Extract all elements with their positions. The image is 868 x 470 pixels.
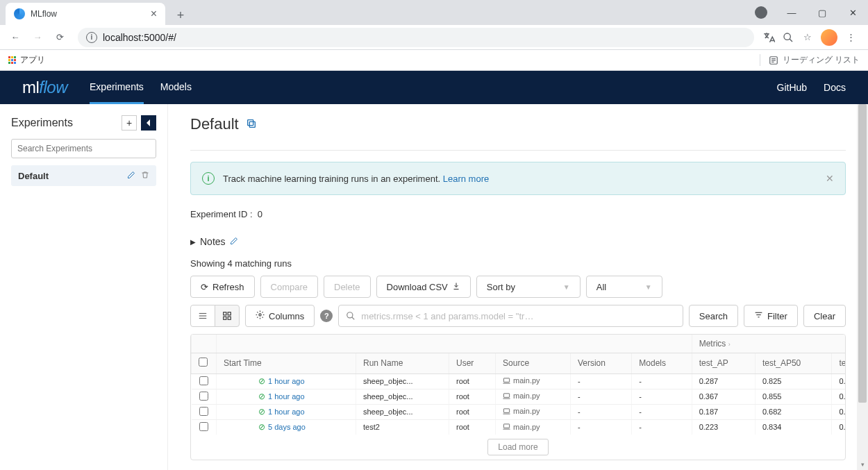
collapse-sidebar-button[interactable] [141,115,156,131]
delete-experiment-icon[interactable] [141,171,149,181]
table-row[interactable]: ⊘1 hour ago sheep_objec... root main.py … [192,404,846,419]
cell-source: main.py [503,407,540,415]
forward-button[interactable]: → [28,28,47,47]
svg-line-17 [352,317,355,320]
download-csv-button[interactable]: Download CSV [376,276,471,298]
nav-models[interactable]: Models [160,72,192,104]
cell-version: - [570,374,631,389]
svg-rect-21 [503,378,509,383]
status-filter-select[interactable]: All ▼ [586,276,662,298]
address-bar[interactable]: i localhost:5000/#/ [78,28,754,47]
window-minimize-icon[interactable]: — [776,2,807,23]
view-toggle-group [190,305,240,327]
col-test-ap75[interactable]: test_AP75 [832,353,845,374]
banner-close-icon[interactable]: ✕ [826,173,834,184]
svg-rect-12 [228,312,231,315]
cell-models: - [632,374,692,389]
page-title: Default [190,115,239,133]
main-content: Default i Track machine learning trainin… [168,104,868,470]
compare-button[interactable]: Compare [260,276,318,298]
menu-icon[interactable]: ⋮ [844,31,857,44]
table-row[interactable]: ⊘5 days ago test2 root main.py - - 0.223… [192,419,846,435]
scrollbar[interactable]: ▾ [857,104,868,470]
chevron-right-icon: › [728,341,731,348]
notes-toggle[interactable]: ▶ Notes [190,236,846,247]
clear-button[interactable]: Clear [803,305,846,327]
search-icon[interactable] [782,31,794,44]
col-start-time[interactable]: Start Time [217,353,356,374]
sidebar-item-default[interactable]: Default [11,165,156,186]
back-button[interactable]: ← [6,28,25,47]
row-checkbox[interactable] [199,392,208,401]
search-experiments-input[interactable] [11,139,156,158]
window-maximize-icon[interactable]: ▢ [807,2,837,23]
col-test-ap50[interactable]: test_AP50 [755,353,832,374]
search-button[interactable]: Search [689,305,738,327]
columns-button[interactable]: Columns [245,305,315,327]
cell-models: - [632,389,692,404]
bookmark-icon[interactable]: ☆ [801,31,814,44]
site-info-icon[interactable]: i [86,32,97,43]
nav-github[interactable]: GitHub [777,82,808,93]
delete-button[interactable]: Delete [324,276,371,298]
filter-button[interactable]: Filter [744,305,798,327]
edit-experiment-icon[interactable] [127,171,135,181]
run-link[interactable]: ⊘1 hour ago [258,376,305,386]
col-user[interactable]: User [449,353,495,374]
cell-version: - [570,419,631,435]
account-icon[interactable] [746,2,776,23]
run-link[interactable]: ⊘1 hour ago [258,407,305,417]
edit-notes-icon[interactable] [230,236,238,247]
reload-button[interactable]: ⟳ [50,28,69,47]
col-models[interactable]: Models [632,353,692,374]
copy-link-icon[interactable] [246,118,257,131]
table-row[interactable]: ⊘1 hour ago sheep_objec... root main.py … [192,389,846,404]
svg-line-1 [790,39,792,42]
col-test-ap[interactable]: test_AP [692,353,755,374]
row-checkbox[interactable] [199,407,208,416]
new-tab-button[interactable]: + [171,6,190,25]
select-all-checkbox[interactable] [199,358,208,367]
laptop-icon [503,408,510,415]
run-link[interactable]: ⊘5 days ago [258,422,306,432]
load-more-button[interactable]: Load more [487,439,548,455]
reading-list-button[interactable]: リーディング リスト [760,54,860,66]
grid-view-button[interactable] [215,305,240,327]
tab-close-icon[interactable]: × [151,8,157,20]
tab-title: MLflow [31,9,57,19]
svg-rect-14 [228,317,231,319]
nav-experiments[interactable]: Experiments [90,72,144,104]
add-experiment-button[interactable]: + [122,115,137,131]
run-link[interactable]: ⊘1 hour ago [258,392,305,401]
nav-docs[interactable]: Docs [824,82,846,93]
window-close-icon[interactable]: ✕ [837,2,868,23]
cell-test-ap75: 0.031 [832,419,845,435]
profile-avatar-icon[interactable] [821,29,837,46]
row-checkbox[interactable] [199,422,208,431]
refresh-button[interactable]: ⟳ Refresh [190,276,255,298]
learn-more-link[interactable]: Learn more [443,174,489,184]
sort-by-select[interactable]: Sort by ▼ [476,276,581,298]
scroll-thumb[interactable] [858,104,867,403]
row-checkbox[interactable] [199,376,208,385]
notes-label: Notes [200,236,226,247]
help-icon[interactable]: ? [320,310,333,322]
list-view-button[interactable] [190,305,215,327]
apps-bookmark[interactable]: アプリ [8,54,45,66]
svg-point-0 [784,33,790,40]
svg-rect-7 [247,119,253,125]
browser-tab[interactable]: MLflow × [6,3,165,25]
search-runs-box[interactable] [338,305,683,327]
table-row[interactable]: ⊘1 hour ago sheep_objec... root main.py … [192,374,846,389]
cell-run-name: sheep_objec... [356,389,449,404]
col-version[interactable]: Version [570,353,631,374]
svg-point-15 [259,314,261,316]
col-source[interactable]: Source [496,353,571,374]
translate-icon[interactable] [762,31,775,44]
laptop-icon [503,392,510,400]
scroll-down-icon[interactable]: ▾ [857,459,868,470]
cell-source: main.py [503,423,540,431]
search-runs-input[interactable] [361,311,676,321]
sidebar: Experiments + Default [0,104,168,470]
col-run-name[interactable]: Run Name [356,353,449,374]
